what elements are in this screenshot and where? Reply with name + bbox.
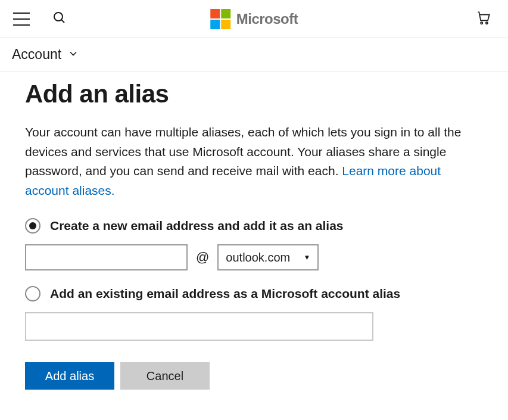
cart-icon: [476, 10, 491, 26]
page-description: Your account can have multiple aliases, …: [25, 123, 483, 200]
secondary-nav-dropdown[interactable]: [67, 48, 79, 62]
new-email-row: @ outlook.com ▼: [25, 244, 483, 270]
at-symbol: @: [196, 250, 209, 265]
option-existing-label: Add an existing email address as a Micro…: [50, 287, 400, 301]
existing-email-input[interactable]: [25, 312, 373, 341]
brand-name: Microsoft: [236, 11, 298, 27]
chevron-down-icon: [67, 48, 79, 60]
svg-point-3: [486, 22, 488, 24]
secondary-nav-label: Account: [12, 46, 61, 63]
brand-logo[interactable]: Microsoft: [210, 9, 298, 29]
secondary-nav: Account: [0, 38, 508, 71]
microsoft-logo-icon: [210, 9, 230, 29]
radio-create-new[interactable]: [25, 218, 40, 234]
cart-button[interactable]: [476, 10, 491, 28]
caret-down-icon: ▼: [303, 253, 310, 262]
page-title: Add an alias: [25, 80, 483, 108]
option-create-row: Create a new email address and add it as…: [25, 218, 483, 234]
domain-select-value: outlook.com: [226, 251, 290, 265]
search-button[interactable]: [52, 11, 67, 27]
svg-point-2: [481, 22, 482, 24]
search-icon: [52, 11, 67, 25]
add-alias-button[interactable]: Add alias: [25, 362, 114, 390]
hamburger-menu-button[interactable]: [13, 13, 30, 26]
svg-line-1: [61, 20, 64, 23]
svg-point-0: [54, 13, 63, 21]
cancel-button[interactable]: Cancel: [120, 362, 210, 390]
domain-select[interactable]: outlook.com ▼: [217, 244, 319, 270]
option-existing-row: Add an existing email address as a Micro…: [25, 286, 483, 301]
main-content: Add an alias Your account can have multi…: [0, 71, 508, 413]
global-header: Microsoft: [0, 0, 508, 38]
new-email-input[interactable]: [25, 244, 188, 270]
option-create-label: Create a new email address and add it as…: [50, 219, 344, 233]
button-row: Add alias Cancel: [25, 362, 483, 390]
radio-existing[interactable]: [25, 286, 40, 301]
